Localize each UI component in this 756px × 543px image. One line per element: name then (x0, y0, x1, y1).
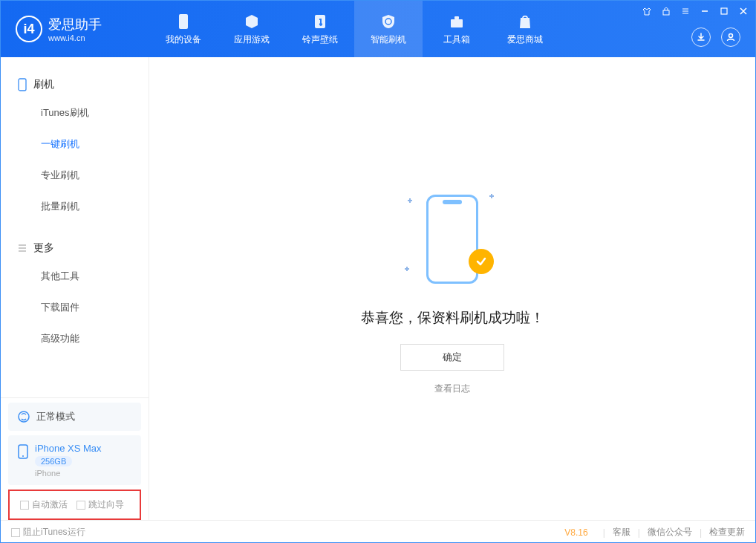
lock-icon[interactable] (660, 5, 672, 17)
svg-rect-8 (19, 79, 26, 91)
svg-point-11 (22, 455, 24, 457)
device-type: iPhone (35, 469, 102, 478)
divider: | (603, 527, 605, 538)
maximize-button[interactable] (718, 5, 730, 17)
phone-icon (17, 444, 29, 459)
toolbox-icon (448, 13, 466, 30)
minimize-button[interactable] (699, 5, 711, 17)
sidebar-group-more: 更多 其他工具 下载固件 高级功能 (1, 235, 149, 354)
cube-icon (243, 13, 261, 30)
tab-apps-games[interactable]: 应用游戏 (218, 1, 286, 57)
check-update-link[interactable]: 检查更新 (709, 526, 745, 539)
tab-my-device[interactable]: 我的设备 (149, 1, 218, 57)
mode-label: 正常模式 (36, 410, 75, 423)
sidebar-item-batch-flash[interactable]: 批量刷机 (1, 191, 149, 222)
checkbox-icon (11, 528, 20, 537)
sparkle-icon (489, 194, 494, 198)
shield-refresh-icon (379, 13, 397, 30)
divider: | (700, 527, 702, 538)
tab-label: 智能刷机 (371, 33, 406, 46)
app-site: www.i4.cn (48, 33, 102, 42)
device-storage-badge: 256GB (35, 456, 72, 466)
sidebar-item-advanced[interactable]: 高级功能 (1, 323, 149, 354)
footer-right: V8.16 | 客服 | 微信公众号 | 检查更新 (564, 526, 745, 539)
tab-toolbox[interactable]: 工具箱 (423, 1, 491, 57)
checkbox-auto-activate[interactable]: 自动激活 (20, 498, 68, 511)
shirt-icon[interactable] (641, 5, 653, 17)
tab-ringtones-wallpapers[interactable]: 铃声壁纸 (286, 1, 354, 57)
version-label: V8.16 (564, 527, 587, 538)
sidebar-group-flash: 刷机 iTunes刷机 一键刷机 专业刷机 批量刷机 (1, 72, 149, 222)
sidebar-nav: 刷机 iTunes刷机 一键刷机 专业刷机 批量刷机 更多 其他工具 下载固件 … (1, 57, 149, 397)
main-content: 恭喜您，保资料刷机成功啦！ 确定 查看日志 (149, 57, 755, 520)
support-link[interactable]: 客服 (613, 526, 630, 539)
top-nav-tabs: 我的设备 应用游戏 铃声壁纸 智能刷机 工具箱 爱思商城 (149, 1, 559, 57)
user-button[interactable] (721, 27, 740, 47)
wechat-link[interactable]: 微信公众号 (648, 526, 692, 539)
phone-illustration (426, 195, 478, 284)
group-title: 刷机 (33, 78, 54, 91)
logo-area: i4 爱思助手 www.i4.cn (1, 16, 149, 42)
svg-point-5 (729, 34, 733, 38)
sidebar-item-itunes-flash[interactable]: iTunes刷机 (1, 97, 149, 129)
sidebar-group-header[interactable]: 刷机 (1, 72, 149, 97)
window-controls (641, 5, 749, 17)
group-title: 更多 (33, 241, 54, 255)
checkbox-icon (76, 501, 85, 510)
device-card[interactable]: iPhone XS Max 256GB iPhone (8, 435, 141, 485)
title-bar: i4 爱思助手 www.i4.cn 我的设备 应用游戏 铃声壁纸 智能刷机 工具… (1, 1, 755, 57)
mode-card[interactable]: 正常模式 (8, 403, 141, 431)
sidebar-group-header[interactable]: 更多 (1, 235, 149, 261)
success-illustration (408, 191, 497, 287)
device-panel: 正常模式 iPhone XS Max 256GB iPhone 自动激活 跳过向… (1, 397, 149, 520)
svg-rect-0 (179, 14, 188, 29)
download-button[interactable] (691, 27, 711, 47)
svg-rect-3 (451, 19, 463, 27)
tab-label: 应用游戏 (234, 33, 270, 46)
checkbox-skip-guide[interactable]: 跳过向导 (76, 498, 124, 511)
sidebar-item-download-firmware[interactable]: 下载固件 (1, 292, 149, 323)
success-message: 恭喜您，保资料刷机成功啦！ (361, 308, 544, 328)
phone-outline-icon (17, 78, 27, 91)
list-icon (17, 243, 27, 253)
body: 刷机 iTunes刷机 一键刷机 专业刷机 批量刷机 更多 其他工具 下载固件 … (1, 57, 755, 520)
header-right-buttons (691, 27, 740, 47)
shopping-bag-icon (516, 13, 534, 30)
svg-rect-7 (721, 8, 727, 14)
refresh-circle-icon (17, 410, 30, 423)
tab-label: 爱思商城 (507, 33, 543, 46)
sidebar-item-oneclick-flash[interactable]: 一键刷机 (1, 129, 149, 160)
checkbox-label: 阻止iTunes运行 (23, 526, 85, 539)
checkbox-label: 自动激活 (32, 498, 68, 511)
sidebar-item-other-tools[interactable]: 其他工具 (1, 261, 149, 292)
tab-label: 我的设备 (166, 33, 201, 46)
highlighted-options-row: 自动激活 跳过向导 (8, 490, 141, 520)
tab-store[interactable]: 爱思商城 (491, 1, 559, 57)
checkbox-label: 跳过向导 (88, 498, 124, 511)
confirm-button[interactable]: 确定 (400, 344, 504, 371)
device-name: iPhone XS Max (35, 443, 102, 454)
tab-label: 工具箱 (443, 33, 470, 46)
divider: | (638, 527, 640, 538)
checkbox-block-itunes[interactable]: 阻止iTunes运行 (11, 526, 85, 539)
sidebar-item-pro-flash[interactable]: 专业刷机 (1, 160, 149, 191)
device-icon (175, 13, 192, 30)
svg-rect-6 (663, 10, 669, 15)
footer-left: 阻止iTunes运行 (11, 526, 564, 539)
status-bar: 阻止iTunes运行 V8.16 | 客服 | 微信公众号 | 检查更新 (1, 520, 755, 543)
app-title-block: 爱思助手 www.i4.cn (48, 16, 102, 42)
sidebar: 刷机 iTunes刷机 一键刷机 专业刷机 批量刷机 更多 其他工具 下载固件 … (1, 57, 149, 520)
device-info: iPhone XS Max 256GB iPhone (35, 443, 102, 478)
menu-icon[interactable] (680, 5, 691, 17)
checkbox-icon (20, 501, 29, 510)
sparkle-icon (408, 198, 412, 203)
app-name: 爱思助手 (48, 16, 102, 33)
view-log-link[interactable]: 查看日志 (434, 383, 470, 395)
check-badge-icon (469, 249, 494, 274)
tab-smart-flash[interactable]: 智能刷机 (354, 1, 423, 57)
close-button[interactable] (737, 5, 749, 17)
music-file-icon (311, 13, 329, 30)
tab-label: 铃声壁纸 (302, 33, 338, 46)
app-logo-icon: i4 (16, 16, 42, 42)
svg-rect-4 (454, 16, 459, 19)
